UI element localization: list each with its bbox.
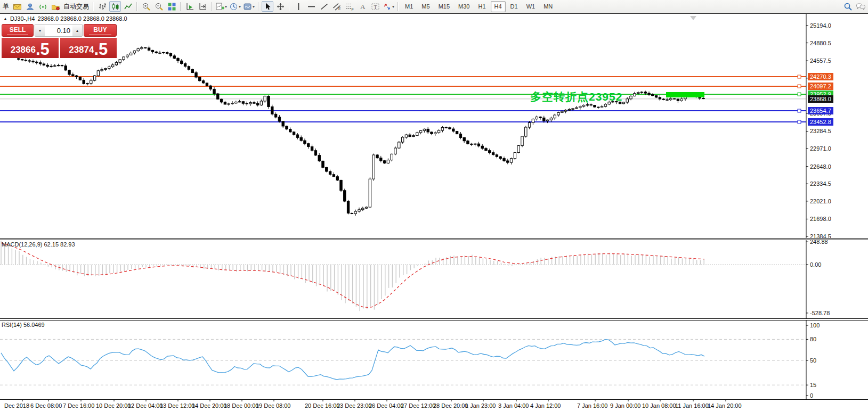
search-icon[interactable] <box>842 1 854 12</box>
timeframe-d1-button[interactable]: D1 <box>507 1 522 12</box>
buy-price-box[interactable]: 23874 .5 <box>60 38 117 58</box>
pane-splitter-rsi[interactable] <box>0 318 868 320</box>
toolbar-separator <box>398 2 399 11</box>
chart-shift-icon[interactable] <box>197 1 208 12</box>
chart-scroll-icon[interactable] <box>690 16 696 20</box>
templates-icon[interactable]: ▾ <box>242 1 255 12</box>
vertical-line-icon[interactable] <box>293 1 304 12</box>
dropdown-arrow-icon[interactable]: ▾ <box>225 4 227 9</box>
equidistant-channel-icon[interactable]: E <box>331 1 343 12</box>
auto-trading-icon[interactable] <box>50 1 61 12</box>
dropdown-arrow-icon[interactable]: ▾ <box>392 4 394 9</box>
fibonacci-icon[interactable]: F <box>344 1 355 12</box>
time-tick-label: 10 Dec 20:00 <box>96 402 131 409</box>
profile-icon[interactable] <box>24 1 36 12</box>
hline-handle[interactable] <box>798 85 801 88</box>
time-axis-border <box>0 399 868 400</box>
crosshair-icon[interactable] <box>274 1 286 12</box>
volume-field[interactable]: 0.10 <box>45 24 72 36</box>
order-glyph: 单 <box>1 2 11 11</box>
rsi-tick-label: 0 <box>810 392 813 399</box>
sell-price-main: 23866 <box>11 45 36 55</box>
pane-splitter-macd[interactable] <box>0 238 868 240</box>
time-tick-label: Dec 2018 <box>4 402 29 409</box>
hline-handle[interactable] <box>798 93 801 96</box>
horizontal-line-icon[interactable] <box>305 1 317 12</box>
chart-canvas[interactable] <box>0 0 868 411</box>
timeframe-h4-button[interactable]: H4 <box>491 1 506 12</box>
rsi-tick-label: 100 <box>810 322 820 328</box>
periods-icon[interactable]: ▾ <box>229 1 241 12</box>
rsi-tick-label: 15 <box>810 382 816 388</box>
cursor-icon[interactable] <box>262 1 273 12</box>
timeframe-m1-button[interactable]: M1 <box>401 1 417 12</box>
toolbar-separator <box>258 2 259 11</box>
chat-icon[interactable] <box>855 1 866 12</box>
hline-handle[interactable] <box>798 109 801 112</box>
timeframe-w1-button[interactable]: W1 <box>523 1 539 12</box>
dropdown-arrow-icon[interactable]: ▾ <box>239 4 241 9</box>
toolbar-separator <box>136 2 137 11</box>
timeframe-m30-button[interactable]: M30 <box>455 1 473 12</box>
buy-price-main: 23874 <box>69 45 94 55</box>
price-line-badge: 23868.0 <box>808 95 833 103</box>
trendline-icon[interactable] <box>318 1 330 12</box>
volume-stepper: ▾ 0.10 ▴ <box>35 24 83 37</box>
rsi-label: RSI(14) 56.0469 <box>2 322 45 328</box>
zoom-out-icon[interactable] <box>153 1 165 12</box>
buy-price-frac: .5 <box>94 40 108 59</box>
symbol-title: DJ30-,H4 <box>10 15 35 22</box>
volume-up-button[interactable]: ▴ <box>72 24 82 36</box>
time-tick-label: 27 Dec 12:00 <box>401 402 435 409</box>
candlesticks <box>18 46 705 216</box>
buy-button[interactable]: BUY <box>84 24 117 37</box>
signal-icon[interactable] <box>37 1 48 12</box>
auto-trading-label[interactable]: 自动交易 <box>62 2 91 11</box>
rsi-line <box>1 340 704 380</box>
arrows-icon[interactable]: ▾ <box>382 1 395 12</box>
volume-down-button[interactable]: ▾ <box>35 24 45 36</box>
pivot-annotation[interactable]: 多空转折点23952 <box>530 89 622 104</box>
line-chart-icon[interactable] <box>122 1 134 12</box>
hline-handle[interactable] <box>798 120 801 124</box>
time-tick-label: 28 Dec 20:00 <box>433 402 468 409</box>
price-line-badge: 24270.3 <box>808 73 833 80</box>
collapse-triangle-icon[interactable]: ▲ <box>3 17 7 21</box>
bar-chart-icon[interactable] <box>96 1 108 12</box>
auto-scroll-icon[interactable] <box>184 1 196 12</box>
mail-icon[interactable] <box>11 1 23 12</box>
timeframe-h1-button[interactable]: H1 <box>474 1 489 12</box>
time-tick-label: 9 Jan 00:00 <box>610 402 641 409</box>
tile-windows-icon[interactable] <box>166 1 177 12</box>
time-tick-label: 6 Dec 08:00 <box>30 402 62 409</box>
text-label-icon[interactable]: T <box>369 1 381 12</box>
zoom-in-icon[interactable] <box>140 1 152 12</box>
new-chart-icon[interactable]: ▾ <box>215 1 228 12</box>
svg-text:F: F <box>351 7 353 11</box>
price-tick-label: 21698.0 <box>810 216 831 222</box>
price-tick-label: 22971.0 <box>810 145 831 152</box>
hline-handle[interactable] <box>798 75 801 78</box>
sell-price-box[interactable]: 23866 .5 <box>2 38 59 58</box>
toolbar-separator <box>211 2 212 11</box>
timeframe-m15-button[interactable]: M15 <box>435 1 453 12</box>
timeframe-mn-button[interactable]: MN <box>540 1 556 12</box>
price-tick-label: 23284.5 <box>810 128 831 134</box>
price-line-badge: 23654.7 <box>808 107 833 114</box>
time-tick-label: 26 Dec 04:00 <box>369 402 403 409</box>
time-tick-label: 12 Dec 04:00 <box>128 402 163 409</box>
pivot-highlight-rect[interactable] <box>666 92 704 97</box>
text-icon[interactable]: A <box>356 1 368 12</box>
time-tick-label: 20 Dec 16:00 <box>305 402 339 409</box>
price-line-badge: 24097.2 <box>808 83 833 90</box>
candle-chart-icon[interactable] <box>109 1 121 12</box>
rsi-tick-label: 50 <box>810 357 816 364</box>
buy-underline <box>89 35 111 35</box>
time-tick-label: 10 Jan 08:00 <box>642 402 676 409</box>
timeframe-m5-button[interactable]: M5 <box>418 1 433 12</box>
time-tick-label: 14 Dec 20:00 <box>192 402 226 409</box>
dropdown-arrow-icon[interactable]: ▾ <box>253 4 255 9</box>
time-tick-label: 7 Jan 16:00 <box>577 402 608 409</box>
sell-button[interactable]: SELL <box>2 24 34 37</box>
one-click-trade-panel: SELL ▾ 0.10 ▴ BUY 23866 .5 23874 .5 <box>2 24 117 58</box>
